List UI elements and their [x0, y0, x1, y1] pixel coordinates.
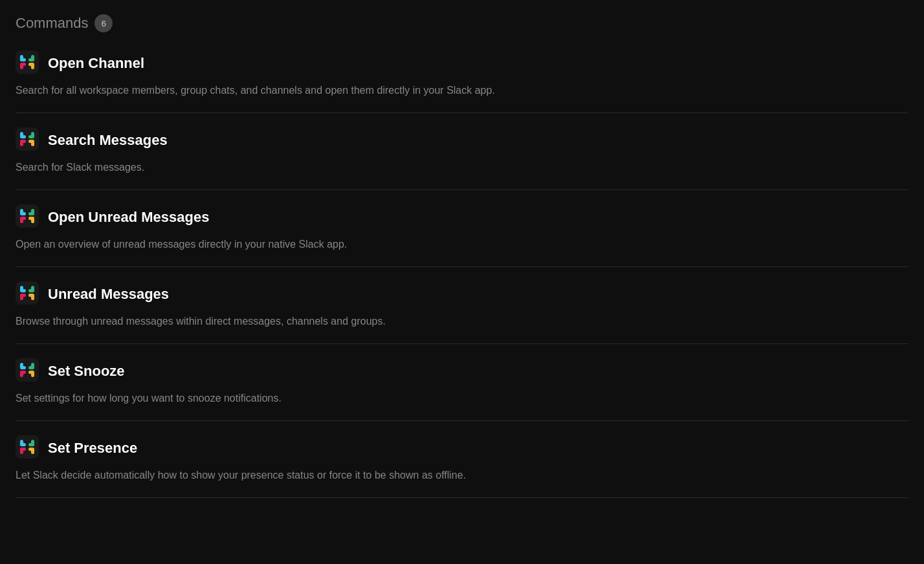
svg-rect-40: [28, 366, 34, 369]
commands-count-badge: 6: [94, 14, 113, 32]
svg-rect-24: [28, 217, 34, 220]
command-name-set-presence: Set Presence: [48, 440, 137, 457]
svg-rect-38: [20, 366, 26, 369]
command-description-unread-messages: Browse through unread messages within di…: [16, 314, 908, 329]
svg-rect-20: [20, 212, 26, 215]
command-description-set-snooze: Set settings for how long you want to sn…: [16, 391, 908, 406]
svg-rect-18: [16, 204, 39, 228]
svg-rect-51: [28, 448, 34, 451]
commands-list: Open Channel Search for all workspace me…: [16, 50, 908, 498]
command-header-open-channel: Open Channel: [16, 50, 908, 76]
svg-rect-44: [20, 371, 26, 374]
command-description-search-messages: Search for Slack messages.: [16, 160, 908, 175]
command-header-search-messages: Search Messages: [16, 127, 908, 153]
svg-rect-2: [20, 58, 26, 61]
slack-icon-open-unread-messages: [16, 204, 39, 230]
svg-rect-49: [28, 443, 34, 446]
svg-rect-29: [20, 289, 26, 292]
svg-rect-9: [16, 127, 39, 151]
svg-rect-45: [16, 435, 39, 459]
slack-icon-set-presence: [16, 435, 39, 461]
slack-icon-search-messages: [16, 127, 39, 153]
command-header-set-snooze: Set Snooze: [16, 358, 908, 384]
command-name-search-messages: Search Messages: [48, 132, 168, 149]
svg-rect-53: [20, 448, 26, 451]
svg-rect-11: [20, 135, 26, 138]
command-description-set-presence: Let Slack decide automatically how to sh…: [16, 468, 908, 483]
svg-rect-4: [28, 58, 34, 61]
svg-rect-31: [28, 289, 34, 292]
list-item: Open Channel Search for all workspace me…: [16, 50, 908, 113]
slack-icon-unread-messages: [16, 281, 39, 307]
command-name-set-snooze: Set Snooze: [48, 363, 125, 380]
svg-rect-27: [16, 281, 39, 305]
command-header-unread-messages: Unread Messages: [16, 281, 908, 307]
svg-rect-17: [20, 140, 26, 143]
command-description-open-channel: Search for all workspace members, group …: [16, 83, 908, 98]
svg-rect-42: [28, 371, 34, 374]
svg-rect-22: [28, 212, 34, 215]
command-name-open-unread-messages: Open Unread Messages: [48, 209, 209, 226]
command-name-unread-messages: Unread Messages: [48, 286, 169, 303]
svg-rect-8: [20, 63, 26, 66]
svg-rect-35: [20, 294, 26, 297]
svg-rect-6: [28, 63, 34, 66]
svg-rect-33: [28, 294, 34, 297]
svg-rect-36: [16, 358, 39, 382]
slack-icon-set-snooze: [16, 358, 39, 384]
slack-icon-open-channel: [16, 50, 39, 76]
command-header-open-unread-messages: Open Unread Messages: [16, 204, 908, 230]
list-item: Set Snooze Set settings for how long you…: [16, 344, 908, 421]
svg-rect-13: [28, 135, 34, 138]
list-item: Set Presence Let Slack decide automatica…: [16, 421, 908, 498]
page-title: Commands: [16, 15, 88, 32]
svg-rect-47: [20, 443, 26, 446]
svg-rect-26: [20, 217, 26, 220]
command-description-open-unread-messages: Open an overview of unread messages dire…: [16, 237, 908, 252]
page-header: Commands 6: [16, 14, 908, 32]
svg-rect-15: [28, 140, 34, 143]
svg-rect-0: [16, 50, 39, 74]
list-item: Search Messages Search for Slack message…: [16, 113, 908, 190]
command-header-set-presence: Set Presence: [16, 435, 908, 461]
list-item: Open Unread Messages Open an overview of…: [16, 190, 908, 267]
list-item: Unread Messages Browse through unread me…: [16, 267, 908, 344]
command-name-open-channel: Open Channel: [48, 55, 144, 72]
